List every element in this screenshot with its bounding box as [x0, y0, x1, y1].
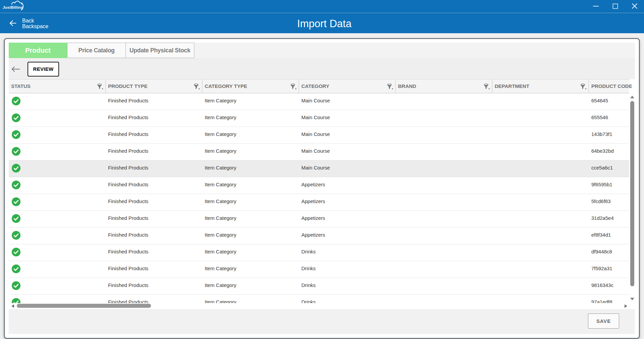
svg-text:JustBilling: JustBilling	[3, 5, 23, 9]
